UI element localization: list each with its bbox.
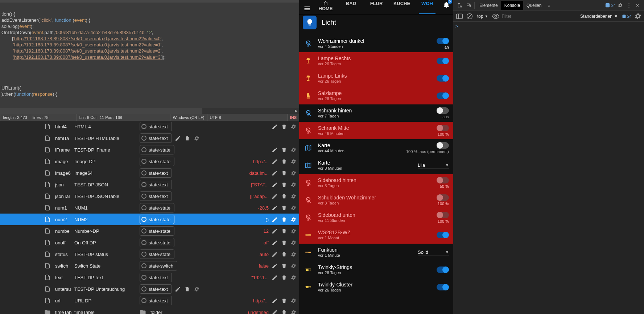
edit-icon[interactable] [271,262,278,269]
role-chip[interactable]: state·text [140,180,172,189]
status-ins[interactable]: INS [287,114,299,121]
role-chip[interactable]: state·text [140,122,172,131]
role-chip[interactable]: state·text [140,133,172,143]
settings-icon[interactable] [290,158,297,165]
settings-icon[interactable] [290,204,297,211]
settings-icon[interactable] [290,262,297,269]
edit-icon[interactable] [271,193,278,200]
settings-icon[interactable] [290,274,297,281]
settings-icon[interactable] [290,146,297,153]
toggle-switch[interactable] [437,194,449,201]
role-chip[interactable]: state·text [140,284,172,294]
role-chip[interactable]: state·state [140,157,174,166]
toggle-switch[interactable] [437,75,449,82]
delete-icon[interactable] [184,285,191,293]
edit-icon[interactable] [271,251,278,258]
levels-selector[interactable]: Standardebenen▼ [579,14,620,19]
scrollbar-right-arrow[interactable]: ▶ [293,108,299,114]
tree-row[interactable]: text TEST-DP text state·text "192.1... [0,272,299,283]
delete-icon[interactable] [280,123,288,130]
tab-console[interactable]: Konsole [501,1,523,10]
menu-button[interactable] [301,3,313,14]
delete-icon[interactable] [280,297,288,304]
device-row[interactable]: Sideboard untenvor 11 Stunden 100 % [299,209,453,226]
settings-icon[interactable] [193,135,201,142]
tab-sources[interactable]: Quellen [523,1,545,10]
edit-icon[interactable] [271,227,278,235]
delete-icon[interactable] [280,169,288,177]
edit-icon[interactable] [271,216,278,223]
devtools-close-icon[interactable]: ✕ [633,1,642,10]
toggle-switch[interactable] [437,142,449,149]
tabs-overflow-icon[interactable]: » [545,1,553,10]
console-settings-icon[interactable] [634,12,642,20]
edit-icon[interactable] [271,123,278,130]
settings-icon[interactable] [193,285,201,293]
toggle-switch[interactable] [437,232,449,238]
edit-icon[interactable] [271,146,278,153]
device-row[interactable]: Lampe Linksvor 26 Tagen [299,70,453,87]
settings-icon[interactable] [290,181,297,188]
tab-flur[interactable]: FLUR [364,1,389,14]
edit-icon[interactable] [271,158,278,165]
settings-icon[interactable] [616,1,624,10]
device-row[interactable]: Kartevor 8 Minuten Lila▼ [299,157,453,174]
delete-icon[interactable] [280,146,288,153]
toggle-switch[interactable] [437,38,449,44]
role-chip[interactable]: state·state [140,226,174,236]
settings-icon[interactable] [290,297,297,304]
tree-row[interactable]: untersu TEST-DP Untersuchung state·text [0,283,299,295]
settings-icon[interactable] [290,227,297,235]
context-selector[interactable]: top▼ [476,14,490,19]
issues-count-sub[interactable]: 24 [622,14,632,18]
tree-row[interactable]: switch Switch State state·switch false [0,260,299,272]
tree-row[interactable]: timeTab timeTable folder undefined [0,306,299,314]
console-sidebar-toggle-icon[interactable] [455,12,463,20]
delete-icon[interactable] [280,158,288,165]
role-chip[interactable]: state·text [140,296,172,305]
toggle-switch[interactable] [437,58,449,64]
tree-row[interactable]: iFrame TEST-DP iFrame state·state [0,144,299,156]
toggle-switch[interactable] [437,107,449,114]
inspect-icon[interactable] [455,1,464,10]
device-row[interactable]: Schrank Mittevor 46 Minuten 100 % [299,122,453,139]
edit-icon[interactable] [271,297,278,304]
settings-icon[interactable] [290,239,297,246]
horizontal-scrollbar[interactable]: ▶ [0,108,299,114]
delete-icon[interactable] [280,193,288,200]
delete-icon[interactable] [280,216,288,223]
console-body[interactable]: > [453,22,644,314]
tab-home[interactable]: HOME [313,1,338,14]
device-toggle-icon[interactable] [464,1,473,10]
tab-bad[interactable]: BAD [338,1,364,14]
tree-row[interactable]: image6 Image64 state·text data:im... [0,167,299,179]
toggle-switch[interactable] [437,92,449,99]
device-row[interactable]: Twinkly-Clustervor 26 Tagen [299,278,453,296]
edit-icon[interactable] [271,204,278,211]
delete-icon[interactable] [280,181,288,188]
device-row[interactable]: Sideboard hintenvor 3 Tagen 50 % [299,174,453,191]
role-chip[interactable]: state·text [140,191,172,201]
role-chip[interactable]: state·text [140,168,172,178]
settings-icon[interactable] [290,123,297,130]
edit-icon[interactable] [271,239,278,246]
tab-woh[interactable]: WOH [414,1,440,14]
code-content[interactable]: tion() {addEventListener("click", functi… [0,11,299,108]
device-row[interactable]: Schubladen Wohnzimmervor 3 Tagen 100 % [299,191,453,209]
device-row[interactable]: Salzlampevor 26 Tagen [299,87,453,104]
toggle-switch[interactable] [437,284,449,290]
tab-küche[interactable]: KÜCHE [389,1,414,14]
more-icon[interactable]: ⋮ [624,1,633,10]
device-row[interactable]: Wohnzimmer dunkelvor 4 Stunden an [299,35,453,52]
delete-icon[interactable] [184,135,191,142]
delete-icon[interactable] [280,309,288,314]
device-list[interactable]: Wohnzimmer dunkelvor 4 Stunden an Lampe … [299,35,453,314]
tree-row[interactable]: jsonTal TEST-DP JSONTable state·text [["… [0,190,299,202]
tree-row[interactable]: image Image-DP state·state http://... [0,156,299,167]
role-chip[interactable]: state·state [140,203,174,212]
device-row[interactable]: Schrank hintenvor 7 Tagen aus [299,104,453,122]
role-chip[interactable]: state·text [140,273,172,282]
device-row[interactable]: Lampe Rechtsvor 26 Tagen [299,52,453,70]
settings-icon[interactable] [290,169,297,177]
tab-elements[interactable]: Elemente [476,1,501,10]
